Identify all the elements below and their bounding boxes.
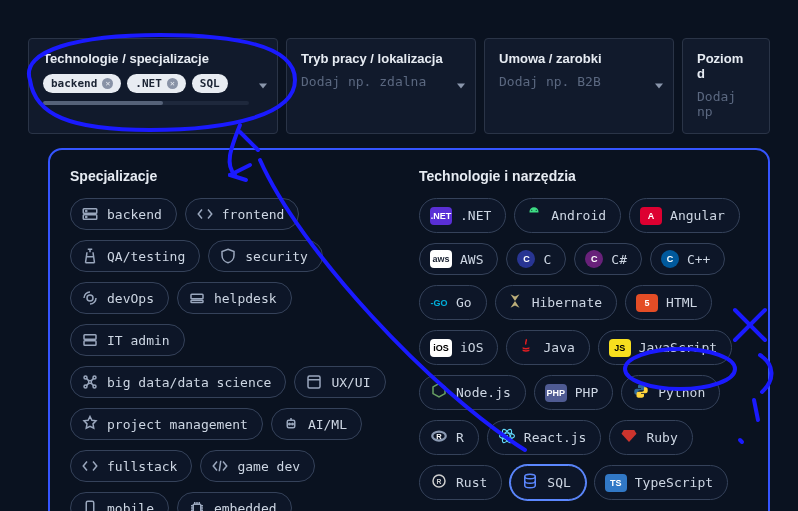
specializations-list: backendfrontendQA/testingsecuritydevOpsh… (70, 198, 399, 511)
chevron-down-icon (259, 84, 267, 89)
tech-pill-ruby[interactable]: Ruby (609, 420, 692, 455)
svg-point-12 (93, 385, 96, 388)
tech-pill-aws[interactable]: awsAWS (419, 243, 498, 275)
game-dev-icon (211, 457, 229, 475)
spec-pill-ux-ui[interactable]: UX/UI (294, 366, 385, 398)
security-icon (219, 247, 237, 265)
typescript-icon: TS (605, 474, 627, 492)
svg-rect-20 (86, 501, 94, 511)
spec-pill-security[interactable]: security (208, 240, 323, 272)
spec-pill-qa-testing[interactable]: QA/testing (70, 240, 200, 272)
filter-technologies[interactable]: Technologie / specjalizacje backend ✕ .N… (28, 38, 278, 134)
spec-pill-embedded[interactable]: embedded (177, 492, 292, 511)
ios-icon: iOS (430, 339, 452, 357)
tech-pill-r[interactable]: RR (419, 420, 479, 455)
filter-label: Tryb pracy / lokalizacja (301, 51, 447, 66)
javascript-icon: JS (609, 339, 631, 357)
tech-pill--net[interactable]: .NET.NET (419, 198, 506, 233)
filter-label: Technologie / specjalizacje (43, 51, 249, 66)
r-icon: R (430, 427, 448, 448)
filter-placeholder: Dodaj np. zdalna (301, 74, 447, 89)
project-management-icon (81, 415, 99, 433)
spec-pill-frontend[interactable]: frontend (185, 198, 300, 230)
svg-point-11 (84, 385, 87, 388)
c-icon: C (517, 250, 535, 268)
spec-pill-helpdesk[interactable]: helpdesk (177, 282, 292, 314)
go-icon: -GO (430, 294, 448, 312)
mobile-icon (81, 499, 99, 511)
tech-pill-rust[interactable]: RRust (419, 465, 502, 500)
chip-scroll-track[interactable] (43, 101, 249, 105)
devops-icon (81, 289, 99, 307)
tech-pill-java[interactable]: Java (506, 330, 589, 365)
svg-rect-14 (308, 376, 320, 388)
filters-bar: Technologie / specjalizacje backend ✕ .N… (0, 0, 798, 134)
technologies-column: Technologie i narzędzia .NET.NETAndroidA… (419, 168, 748, 511)
svg-point-13 (89, 381, 92, 384)
spec-pill-game-dev[interactable]: game dev (200, 450, 315, 482)
spec-pill-fullstack[interactable]: fullstack (70, 450, 192, 482)
sql-icon (521, 472, 539, 493)
python-icon (632, 382, 650, 403)
spec-pill-ai-ml[interactable]: AI/ML (271, 408, 362, 440)
spec-pill-devops[interactable]: devOps (70, 282, 169, 314)
aws-icon: aws (430, 250, 452, 268)
filter-contract[interactable]: Umowa / zarobki Dodaj np. B2B (484, 38, 674, 134)
qa-testing-icon (81, 247, 99, 265)
filter-workmode[interactable]: Tryb pracy / lokalizacja Dodaj np. zdaln… (286, 38, 476, 134)
tech-pill-angular[interactable]: AAngular (629, 198, 740, 233)
svg-point-10 (93, 376, 96, 379)
tech-pill-react-js[interactable]: React.js (487, 420, 602, 455)
svg-point-30 (506, 435, 508, 437)
tech-pill-c-[interactable]: CC++ (650, 243, 725, 275)
svg-rect-22 (193, 504, 201, 511)
spec-pill-mobile[interactable]: mobile (70, 492, 169, 511)
spec-pill-project-management[interactable]: project management (70, 408, 263, 440)
svg-point-33 (525, 474, 536, 479)
c--icon: C (661, 250, 679, 268)
tech-pill-go[interactable]: -GOGo (419, 285, 487, 320)
tech-pill-typescript[interactable]: TSTypeScript (594, 465, 728, 500)
spec-pill-backend[interactable]: backend (70, 198, 177, 230)
tech-pill-python[interactable]: Python (621, 375, 720, 410)
hibernate-icon (506, 292, 524, 313)
filter-chips: backend ✕ .NET ✕ SQL (43, 74, 249, 93)
chip-sql[interactable]: SQL (192, 74, 228, 93)
react-js-icon (498, 427, 516, 448)
tech-pill-hibernate[interactable]: Hibernate (495, 285, 617, 320)
tech-pill-html[interactable]: 5HTML (625, 285, 712, 320)
php-icon: PHP (545, 384, 567, 402)
tech-pill-ios[interactable]: iOSiOS (419, 330, 498, 365)
spec-pill-big-data-data-science[interactable]: big data/data science (70, 366, 286, 398)
fullstack-icon (81, 457, 99, 475)
svg-text:R: R (436, 432, 442, 441)
remove-chip-icon[interactable]: ✕ (102, 78, 113, 89)
filter-level[interactable]: Poziom d Dodaj np (682, 38, 770, 134)
tech-pill-node-js[interactable]: Node.js (419, 375, 526, 410)
backend-icon (81, 205, 99, 223)
chip-dotnet[interactable]: .NET ✕ (127, 74, 186, 93)
chip-backend[interactable]: backend ✕ (43, 74, 121, 93)
remove-chip-icon[interactable]: ✕ (167, 78, 178, 89)
filter-label: Poziom d (697, 51, 741, 81)
-net-icon: .NET (430, 207, 452, 225)
tech-pill-android[interactable]: Android (514, 198, 621, 233)
ux-ui-icon (305, 373, 323, 391)
tech-pill-sql[interactable]: SQL (510, 465, 585, 500)
svg-point-24 (536, 210, 537, 211)
tech-pill-php[interactable]: PHPPHP (534, 375, 613, 410)
column-title: Technologie i narzędzia (419, 168, 748, 184)
tech-pill-c[interactable]: CC (506, 243, 566, 275)
svg-point-23 (531, 210, 532, 211)
svg-rect-5 (191, 300, 203, 302)
tech-pill-c-[interactable]: CC# (574, 243, 642, 275)
spec-pill-it-admin[interactable]: IT admin (70, 324, 185, 356)
dropdown-panel: Specjalizacje backendfrontendQA/testings… (48, 148, 770, 511)
chip-scroll-thumb[interactable] (43, 101, 163, 105)
angular-icon: A (640, 207, 662, 225)
svg-rect-7 (84, 341, 96, 346)
html-icon: 5 (636, 294, 658, 312)
filter-label: Umowa / zarobki (499, 51, 645, 66)
tech-pill-javascript[interactable]: JSJavaScript (598, 330, 732, 365)
c--icon: C (585, 250, 603, 268)
